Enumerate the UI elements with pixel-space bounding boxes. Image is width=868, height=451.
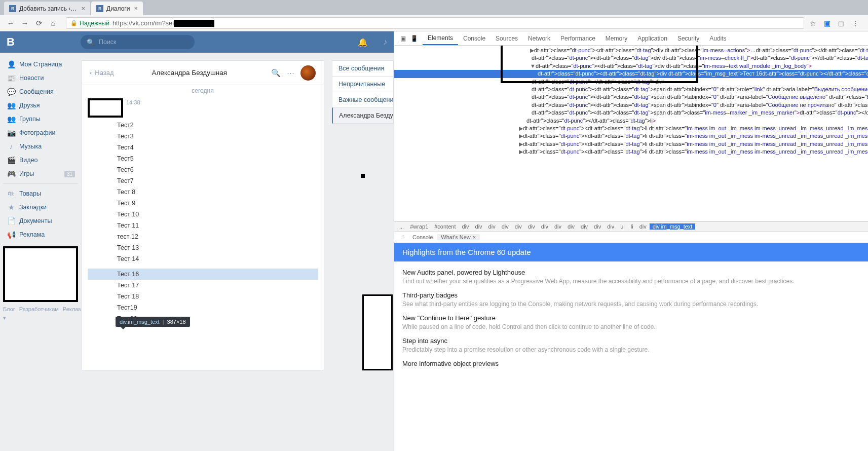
breadcrumb-item[interactable]: div: [485, 223, 499, 230]
elements-tree[interactable]: ▶dt-attr">class="dt-punc"><dt-attr">clas…: [394, 46, 868, 221]
filter-item[interactable]: Важные сообщения: [332, 92, 394, 108]
message-text[interactable]: тест 12: [88, 231, 318, 242]
devtools-tab[interactable]: Application: [632, 31, 672, 45]
menu-icon[interactable]: ⋮: [851, 19, 860, 28]
nav-item[interactable]: 👥Друзья: [3, 99, 78, 112]
breadcrumb-item[interactable]: div: [525, 223, 538, 230]
nav-item[interactable]: 👤Моя Страница: [3, 58, 78, 71]
breadcrumb-item[interactable]: div: [564, 223, 578, 230]
filter-item[interactable]: Непрочитанные: [332, 76, 394, 92]
devtools-tab[interactable]: Memory: [600, 31, 632, 45]
dom-node[interactable]: dt-attr">class="dt-punc"><dt-attr">class…: [394, 93, 868, 101]
breadcrumb-item[interactable]: #content: [431, 223, 459, 230]
notification-icon[interactable]: 🔔: [358, 37, 368, 47]
dom-node[interactable]: ▶dt-attr">class="dt-punc"><dt-attr">clas…: [394, 140, 868, 148]
breadcrumb-item[interactable]: #wrap1: [407, 223, 431, 230]
message-text[interactable]: Тест2: [88, 120, 318, 131]
nav-item[interactable]: 💬Сообщения: [3, 85, 78, 98]
message-text[interactable]: Тест6: [88, 164, 318, 175]
nav-item[interactable]: 📷Фотографии: [3, 126, 78, 139]
vk-logo-icon[interactable]: B: [7, 35, 15, 49]
message-text[interactable]: Тест5: [88, 153, 318, 164]
breadcrumb-item[interactable]: div: [538, 223, 551, 230]
reload-button[interactable]: ⟳: [33, 18, 45, 29]
breadcrumb-item[interactable]: div: [591, 223, 604, 230]
browser-tab[interactable]: B Добавить запись ‹ Мир ×: [4, 2, 90, 15]
close-icon[interactable]: ×: [81, 5, 85, 12]
breadcrumb-item[interactable]: div: [472, 223, 485, 230]
devtools-tab[interactable]: Audits: [704, 31, 731, 45]
message-text[interactable]: Тест 16: [88, 269, 318, 280]
dom-node[interactable]: dt-attr">class="dt-punc"><dt-attr">class…: [394, 86, 868, 93]
breadcrumb-item[interactable]: div: [636, 223, 650, 230]
devtools-tab[interactable]: Performance: [555, 31, 600, 45]
breadcrumb-item[interactable]: div: [604, 223, 617, 230]
message-text[interactable]: Тест 9: [88, 198, 318, 209]
extension-icon[interactable]: ◻: [837, 19, 846, 28]
devtools-tab[interactable]: Sources: [490, 31, 523, 45]
nav-item[interactable]: 📢Реклама: [3, 228, 78, 241]
breadcrumb-item[interactable]: div: [499, 223, 512, 230]
music-icon[interactable]: ♪: [383, 37, 387, 47]
device-icon[interactable]: 📱: [408, 35, 420, 42]
dom-node[interactable]: ▶dt-attr">class="dt-punc"><dt-attr">clas…: [394, 148, 868, 156]
dom-node[interactable]: dt-attr">class="dt-punc"><dt-attr">class…: [394, 101, 868, 109]
message-text[interactable]: Тест3: [88, 131, 318, 142]
message-text[interactable]: Тест 8: [88, 186, 318, 198]
back-button[interactable]: ←: [5, 18, 16, 29]
search-field[interactable]: [99, 39, 188, 46]
nav-item[interactable]: 🎮Игры31: [3, 167, 78, 180]
breadcrumb-item[interactable]: li: [628, 223, 636, 230]
close-icon[interactable]: ×: [134, 5, 138, 12]
message-text[interactable]: Тест4: [88, 142, 318, 153]
extension-icon[interactable]: ▣: [822, 19, 832, 28]
breadcrumb-item[interactable]: div: [512, 223, 525, 230]
message-text[interactable]: Тест19: [88, 302, 318, 313]
nav-item[interactable]: ★Закладки: [3, 201, 78, 214]
filter-item[interactable]: Все сообщения: [332, 60, 394, 77]
devtools-tab[interactable]: Console: [458, 31, 490, 45]
message-text[interactable]: [88, 265, 318, 269]
inspect-icon[interactable]: ▣: [397, 35, 408, 42]
message-text[interactable]: Тест 11: [88, 220, 318, 231]
breadcrumb-item[interactable]: ...: [396, 223, 407, 230]
dom-node[interactable]: ▶dt-attr">class="dt-punc"><dt-attr">clas…: [394, 125, 868, 132]
search-input[interactable]: 🔍: [81, 35, 195, 49]
message-text[interactable]: Тест 17: [88, 280, 318, 291]
search-icon[interactable]: 🔍: [271, 68, 281, 78]
nav-item[interactable]: ♪Музыка: [3, 140, 78, 153]
drawer-tab-console[interactable]: Console: [408, 234, 437, 240]
message-text[interactable]: Тест 10: [88, 209, 318, 220]
message-text[interactable]: Тест 14: [88, 253, 318, 265]
devtools-tab[interactable]: Security: [672, 31, 704, 45]
breadcrumb-item[interactable]: div: [551, 223, 564, 230]
nav-item[interactable]: 📰Новости: [3, 71, 78, 85]
drawer-tab-whatsnew[interactable]: What's New ×: [437, 234, 480, 240]
forward-button[interactable]: →: [19, 18, 30, 29]
dom-node[interactable]: dt-attr">class="dt-punc"><dt-attr">class…: [394, 109, 868, 117]
nav-item[interactable]: 🛍Товары: [3, 187, 78, 200]
address-input[interactable]: Надежный https://vk.com/im?sel: [66, 17, 804, 29]
breadcrumb-item[interactable]: div.im_msg_text: [650, 223, 696, 230]
avatar[interactable]: [300, 65, 316, 81]
back-link[interactable]: ‹ Назад: [90, 69, 114, 77]
breadcrumb-item[interactable]: ul: [617, 223, 628, 230]
dom-node[interactable]: ▶dt-attr">class="dt-punc"><dt-attr">clas…: [394, 132, 868, 140]
breadcrumb-item[interactable]: div: [578, 223, 591, 230]
dom-node[interactable]: dt-attr">class="dt-punc"></dt-attr">clas…: [394, 117, 868, 125]
home-button[interactable]: ⌂: [48, 18, 59, 29]
menu-icon[interactable]: ⋮: [397, 234, 408, 241]
nav-item[interactable]: 🎬Видео: [3, 154, 78, 167]
breadcrumb-item[interactable]: div: [459, 223, 472, 230]
dom-breadcrumb[interactable]: ...#wrap1#contentdivdivdivdivdivdivdivdi…: [394, 221, 868, 232]
devtools-tab[interactable]: Elements: [423, 31, 458, 45]
star-icon[interactable]: ☆: [808, 19, 817, 28]
close-icon[interactable]: ×: [473, 234, 476, 240]
ad-block[interactable]: [3, 246, 78, 302]
message-text[interactable]: Тест7: [88, 175, 318, 186]
more-icon[interactable]: ⋯: [287, 68, 294, 78]
message-text[interactable]: Тест 18: [88, 291, 318, 302]
nav-item[interactable]: 👥Группы: [3, 112, 78, 126]
nav-item[interactable]: 📄Документы: [3, 214, 78, 228]
filter-item[interactable]: Александра Бездуш: [332, 107, 394, 124]
